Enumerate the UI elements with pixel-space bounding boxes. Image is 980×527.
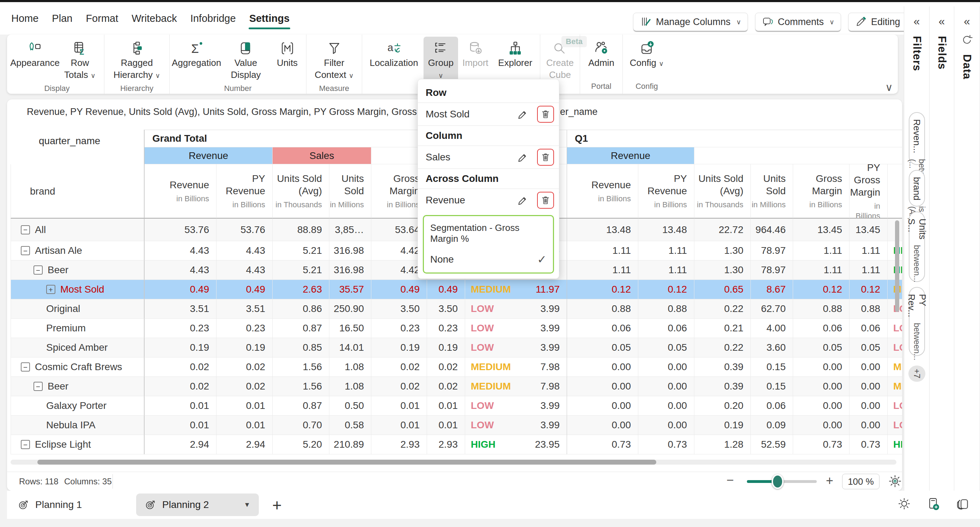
row-header-cosmic-craft-brews[interactable]: −Cosmic Craft Brews <box>11 357 145 377</box>
cell-value[interactable]: 0.23 <box>145 319 216 338</box>
filter-pill-brand[interactable]: brand is (All) <box>909 170 925 206</box>
cell-value[interactable]: 0.00 <box>793 357 850 377</box>
add-sheet-button[interactable]: + <box>272 495 282 515</box>
column-header-units-sold-avg-[interactable]: Units Sold (Avg)in Thousands <box>273 164 329 219</box>
cell-value[interactable]: 0.19 <box>216 338 273 357</box>
tab-menu-chevron-icon[interactable]: ▼ <box>244 501 250 509</box>
cell-value[interactable]: 0.09 <box>751 416 793 435</box>
cell-value[interactable]: 0.19 <box>427 338 465 357</box>
cell-value[interactable]: 1.11 <box>638 260 694 280</box>
cell-value[interactable]: 316.98 <box>329 260 371 280</box>
delete-trash-button[interactable] <box>537 192 554 209</box>
cell-value[interactable]: 0.39 <box>694 377 751 396</box>
cell-gross-margin-pct[interactable]: MEDIUM7.98 <box>465 377 567 396</box>
row-header-eclipse-light[interactable]: −Eclipse Light <box>11 435 145 454</box>
edit-pencil-icon[interactable] <box>517 108 529 121</box>
settings-gear-icon[interactable] <box>897 497 911 511</box>
cell-value[interactable]: 0.65 <box>694 280 751 299</box>
cell-value[interactable]: 0.12 <box>638 280 694 299</box>
cell-value[interactable]: 1.11 <box>850 260 888 280</box>
cell-value[interactable]: 0.05 <box>638 338 694 357</box>
horizontal-scrollbar-thumb[interactable] <box>37 460 656 465</box>
cell-value[interactable]: 4.43 <box>216 241 273 260</box>
cell-value[interactable]: 1.11 <box>567 260 638 280</box>
cell-value[interactable]: 0.01 <box>427 416 465 435</box>
menu-item-plan[interactable]: Plan <box>51 11 73 27</box>
row-header-original[interactable]: Original <box>11 299 145 319</box>
cell-value[interactable]: 0.01 <box>145 396 216 416</box>
collapse-toggle-icon[interactable]: − <box>21 225 30 235</box>
cell-value[interactable]: 52.59 <box>751 435 793 454</box>
segmentation-none-option[interactable]: None✓ <box>424 248 553 273</box>
group-item-sales[interactable]: Sales <box>418 146 559 168</box>
cell-value[interactable]: 3.51 <box>145 299 216 319</box>
cell-value[interactable]: 0.21 <box>694 319 751 338</box>
column-header-units-sold[interactable]: Units Soldin Millions <box>751 164 793 219</box>
more-filters-badge[interactable]: +7 <box>908 365 925 382</box>
cell-value[interactable]: 0.23 <box>371 319 427 338</box>
cell-value[interactable]: 0.00 <box>850 377 888 396</box>
cell-value[interactable]: 0.23 <box>427 319 465 338</box>
cell-value[interactable]: 964.46 <box>751 219 793 241</box>
cell-value[interactable]: 0.01 <box>371 396 427 416</box>
expand-panel-chevron-icon[interactable]: « <box>954 15 980 28</box>
menu-item-format[interactable]: Format <box>85 11 119 27</box>
cell-value[interactable]: 210.89 <box>329 435 371 454</box>
cell-value[interactable]: 0.05 <box>850 338 888 357</box>
cell-value[interactable]: 0.01 <box>216 416 273 435</box>
cell-value[interactable]: 0.02 <box>145 357 216 377</box>
cell-value[interactable]: 53.76 <box>216 219 273 241</box>
cell-gross-margin-pct[interactable]: MEDIUM7.98 <box>465 357 567 377</box>
cell-value[interactable]: 0.19 <box>371 338 427 357</box>
cell-value[interactable]: 0.02 <box>371 377 427 396</box>
group-item-most-sold[interactable]: Most Sold <box>418 103 559 125</box>
row-dimension-header[interactable]: brand <box>11 164 145 219</box>
expand-panel-chevron-icon[interactable]: « <box>904 15 929 28</box>
cell-value[interactable]: 0.86 <box>273 299 329 319</box>
cell-value[interactable]: 0.58 <box>329 416 371 435</box>
cell-value[interactable]: 0.00 <box>638 377 694 396</box>
row-header-beer[interactable]: −Beer <box>11 377 145 396</box>
cell-value[interactable]: 0.01 <box>427 396 465 416</box>
cell-value[interactable]: 16.50 <box>329 319 371 338</box>
cell-value[interactable]: 0.73 <box>567 435 638 454</box>
cell-value[interactable]: 0.00 <box>850 416 888 435</box>
cell-value[interactable]: 13.48 <box>567 219 638 241</box>
cell-value[interactable]: 0.19 <box>145 338 216 357</box>
cell-value[interactable]: 0.00 <box>638 396 694 416</box>
segmentation-option-label[interactable]: Segmentation - Gross Margin % <box>424 216 553 248</box>
cell-value[interactable]: 0.00 <box>567 416 638 435</box>
cell-value[interactable]: 1.11 <box>793 241 850 260</box>
collapse-toggle-icon[interactable]: − <box>21 246 30 255</box>
refresh-icon[interactable] <box>961 34 973 46</box>
row-header-beer[interactable]: −Beer <box>11 260 145 280</box>
cell-value[interactable]: 14.01 <box>329 338 371 357</box>
cell-value[interactable]: 0.00 <box>638 357 694 377</box>
manage-columns-button[interactable]: Manage Columns∨ <box>633 13 748 31</box>
collapse-toggle-icon[interactable]: − <box>21 440 30 449</box>
row-header-galaxy-porter[interactable]: Galaxy Porter <box>11 396 145 416</box>
zoom-out-button[interactable]: − <box>727 473 734 487</box>
cell-value[interactable]: 0.05 <box>567 338 638 357</box>
cell-value[interactable]: 0.00 <box>793 416 850 435</box>
cell-value[interactable]: 0.01 <box>216 396 273 416</box>
cell-value[interactable]: 3.50 <box>371 299 427 319</box>
row-header-all[interactable]: −All <box>11 219 145 241</box>
cell-value[interactable]: 0.88 <box>638 299 694 319</box>
vertical-scrollbar-thumb[interactable] <box>895 220 899 312</box>
cell-value[interactable]: 3.50 <box>427 299 465 319</box>
cell-value[interactable]: 0.12 <box>567 280 638 299</box>
menu-item-settings[interactable]: Settings <box>249 11 290 27</box>
cell-value[interactable]: 8.67 <box>751 280 793 299</box>
units-button[interactable]: Units <box>270 37 304 70</box>
cell-gross-margin-pct[interactable]: LOW3.99 <box>465 396 567 416</box>
cell-value[interactable]: 13.45 <box>793 219 850 241</box>
cell-value[interactable]: 2.93 <box>371 435 427 454</box>
cell-gross-margin-pct[interactable]: LOW3.99 <box>465 319 567 338</box>
cell-value[interactable]: 0.00 <box>850 357 888 377</box>
filter-pill-revenue[interactable]: Reven... between (... <box>909 112 925 165</box>
cell-value[interactable]: 62.70 <box>751 299 793 319</box>
config-button[interactable]: Config ∨ <box>625 37 669 70</box>
cell-value[interactable]: 3.51 <box>216 299 273 319</box>
cell-value[interactable]: 0.02 <box>427 357 465 377</box>
